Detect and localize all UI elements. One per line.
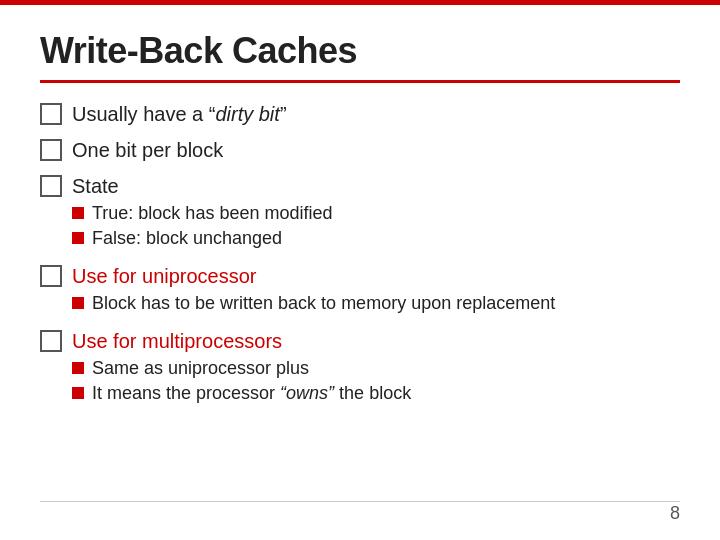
sub-bullet-icon — [72, 232, 84, 244]
sub-bullet-list: True: block has been modified False: blo… — [72, 203, 332, 253]
sub-bullet-icon — [72, 387, 84, 399]
bullet-icon — [40, 330, 62, 352]
bullet-icon — [40, 139, 62, 161]
sub-bullet-text: True: block has been modified — [92, 203, 332, 224]
owns-text: “owns” — [280, 383, 334, 403]
sub-bullet-list: Block has to be written back to memory u… — [72, 293, 555, 318]
sub-list-item: True: block has been modified — [72, 203, 332, 224]
dirty-bit-text: dirty bit — [215, 103, 279, 125]
sub-bullet-icon — [72, 297, 84, 309]
slide-title: Write-Back Caches — [40, 30, 680, 72]
bullet-text: One bit per block — [72, 137, 680, 163]
sub-list-item: False: block unchanged — [72, 228, 332, 249]
bottom-rule — [40, 501, 680, 502]
title-area: Write-Back Caches — [40, 30, 680, 83]
sub-bullet-text: Block has to be written back to memory u… — [92, 293, 555, 314]
sub-list-item: Block has to be written back to memory u… — [72, 293, 555, 314]
list-item: Usually have a “dirty bit” — [40, 101, 680, 127]
list-item: Use for uniprocessor Block has to be wri… — [40, 263, 680, 318]
sub-bullet-list: Same as uniprocessor plus It means the p… — [72, 358, 411, 408]
list-item: One bit per block — [40, 137, 680, 163]
page-number: 8 — [670, 503, 680, 524]
top-rule — [0, 0, 720, 5]
sub-bullet-text: It means the processor “owns” the block — [92, 383, 411, 404]
bullet-icon — [40, 175, 62, 197]
slide: Write-Back Caches Usually have a “dirty … — [0, 0, 720, 540]
bullet-icon — [40, 265, 62, 287]
list-item: Use for multiprocessors Same as uniproce… — [40, 328, 680, 408]
bullet-text: Use for uniprocessor — [72, 263, 257, 289]
bullet-text: State — [72, 173, 119, 199]
sub-bullet-text: Same as uniprocessor plus — [92, 358, 411, 379]
bullet-text: Use for multiprocessors — [72, 328, 282, 354]
main-bullet-list: Usually have a “dirty bit” One bit per b… — [40, 101, 680, 408]
sub-list-item: Same as uniprocessor plus — [72, 358, 411, 379]
bullet-icon — [40, 103, 62, 125]
sub-bullet-icon — [72, 207, 84, 219]
sub-list-item: It means the processor “owns” the block — [72, 383, 411, 404]
bullet-text: Usually have a “dirty bit” — [72, 101, 680, 127]
sub-bullet-icon — [72, 362, 84, 374]
sub-bullet-text: False: block unchanged — [92, 228, 332, 249]
list-item: State True: block has been modified Fals… — [40, 173, 680, 253]
